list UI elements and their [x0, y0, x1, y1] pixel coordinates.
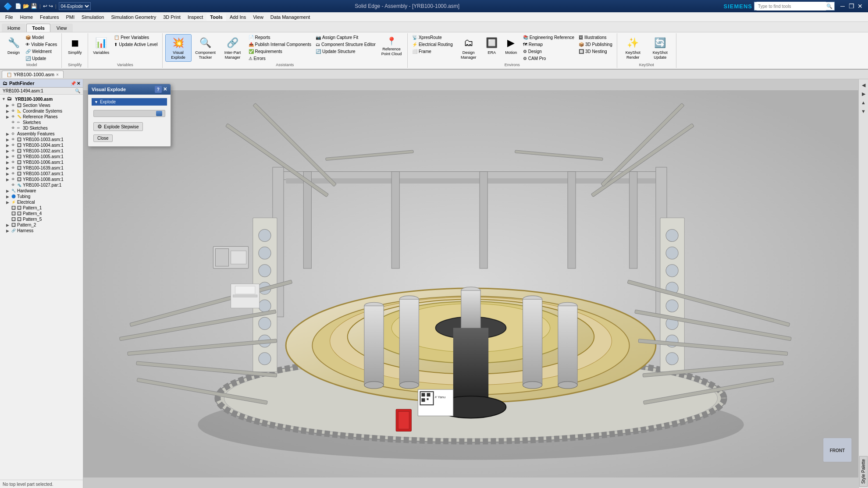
- model-btn[interactable]: 📦 Model: [24, 34, 59, 41]
- tree-toggle-1[interactable]: ▶: [6, 103, 11, 108]
- tree-toggle-16[interactable]: ▶: [6, 189, 11, 193]
- menu-inspect[interactable]: Inspect: [184, 14, 206, 21]
- visual-explode-ribbon-btn[interactable]: 💥 Visual Explode: [165, 34, 192, 62]
- tree-item[interactable]: ▶ 👁 🔲 YRB100-1639.asm:1: [0, 165, 83, 171]
- ve-slider-thumb[interactable]: [156, 111, 162, 116]
- menu-pmi[interactable]: PMI: [63, 14, 78, 21]
- nav-down-btn[interactable]: ▼: [860, 107, 868, 115]
- minimize-button[interactable]: ─: [838, 2, 847, 10]
- tree-item[interactable]: ▶ 👁 🔲 YRB100-1002.asm:1: [0, 148, 83, 154]
- ve-help-btn[interactable]: ?: [155, 86, 162, 93]
- tree-toggle-18[interactable]: ▶: [6, 200, 11, 205]
- remap-btn[interactable]: 🗺 Remap: [521, 41, 576, 48]
- ve-close-btn[interactable]: ×: [164, 86, 167, 93]
- tree-item[interactable]: ▶ 👁 📐 Coordinate Systems: [0, 108, 83, 114]
- tree-toggle-9[interactable]: ▶: [6, 149, 11, 153]
- tree-toggle-12[interactable]: ▶: [6, 166, 11, 170]
- tree-toggle-8[interactable]: ▶: [6, 143, 11, 148]
- motion-btn[interactable]: ▶ Motion: [502, 34, 520, 57]
- ve-close-dialog-btn[interactable]: Close: [93, 134, 113, 142]
- errors-btn[interactable]: ⚠ Errors: [247, 55, 313, 62]
- tree-item[interactable]: ▶ 👁 🔲 Section Views: [0, 103, 83, 108]
- update-btn[interactable]: 🔄 Update: [24, 55, 59, 62]
- ve-explode-stepwise-btn[interactable]: ⚙ Explode Stepwise: [93, 122, 143, 131]
- menu-view[interactable]: View: [249, 14, 267, 21]
- tree-toggle-23[interactable]: ▶: [6, 229, 11, 233]
- inter-part-manager-ribbon-btn[interactable]: 🔗 Inter-Part Manager: [220, 34, 246, 62]
- keyshot-render-btn[interactable]: ✨ KeyShot Render: [620, 34, 646, 62]
- tree-toggle-2[interactable]: ▶: [6, 109, 11, 113]
- ve-slider[interactable]: [93, 110, 165, 117]
- tree-item[interactable]: ▼ 🗂 YRB100-1000.asm: [0, 95, 83, 103]
- style-palette-tab[interactable]: Style Palette: [859, 456, 868, 487]
- tree-item[interactable]: 🔲 🔲 Pattern_1: [0, 205, 83, 211]
- menu-home[interactable]: Home: [17, 14, 36, 21]
- tree-item[interactable]: ▶ ⚡ Electrical: [0, 199, 83, 205]
- tree-toggle-14[interactable]: ▶: [6, 177, 11, 182]
- visible-faces-btn[interactable]: 👁 Visible Faces: [24, 41, 59, 48]
- quick-save[interactable]: 💾: [31, 3, 37, 9]
- tree-item[interactable]: ▶ 🔲 Pattern_2: [0, 222, 83, 228]
- close-button[interactable]: ✕: [856, 2, 864, 10]
- tree-toggle-11[interactable]: ▶: [6, 160, 11, 165]
- electrical-routing-btn[interactable]: ⚡ Electrical Routing: [410, 41, 455, 48]
- keyshot-update-btn[interactable]: 🔄 KeyShot Update: [647, 34, 673, 62]
- document-tab[interactable]: 📋 YRB100-1000.asm ×: [2, 71, 64, 78]
- tree-item[interactable]: ▶ 👁 🔲 YRB100-1004.asm:1: [0, 142, 83, 148]
- tree-toggle-7[interactable]: ▶: [6, 138, 11, 142]
- nav-right-btn[interactable]: ▶: [860, 90, 868, 98]
- tree-item[interactable]: ▶ 👁 🔲 YRB100-1006.asm:1: [0, 159, 83, 165]
- tab-home[interactable]: Home: [2, 24, 26, 32]
- 3d-publishing-btn[interactable]: 📦 3D Publishing: [577, 41, 614, 48]
- tree-toggle-13[interactable]: ▶: [6, 172, 11, 176]
- tree-toggle-3[interactable]: ▶: [6, 115, 11, 119]
- menu-3dprint[interactable]: 3D Print: [160, 14, 184, 21]
- tab-view[interactable]: View: [51, 24, 73, 32]
- tree-toggle-10[interactable]: ▶: [6, 155, 11, 159]
- illustrations-btn[interactable]: 🖼 Illustrations: [577, 34, 614, 41]
- quick-open[interactable]: 📂: [23, 3, 29, 9]
- assign-capture-btn[interactable]: 📷 Assign Capture Fit: [314, 34, 377, 41]
- tree-item[interactable]: ▶ 🔧 Hardware: [0, 188, 83, 194]
- pathfinder-close-btn[interactable]: ✕: [77, 81, 80, 86]
- menu-sim-geo[interactable]: Simulation Geometry: [107, 14, 160, 21]
- doc-tab-close[interactable]: ×: [56, 72, 59, 77]
- peer-variables-btn[interactable]: 📋 Peer Variables: [112, 34, 159, 41]
- window-mode-select[interactable]: 04-Explode: [59, 2, 91, 10]
- variables-btn[interactable]: 📊 Variables: [91, 34, 111, 57]
- viewport[interactable]: # Yanu FRONT Visual Explode ? × ▼ Explod…: [83, 79, 858, 488]
- search-input[interactable]: [756, 2, 826, 11]
- weldment-btn[interactable]: 🔗 Weldment: [24, 48, 59, 55]
- tree-item[interactable]: ▶ 🔗 Harness: [0, 228, 83, 233]
- menu-addins[interactable]: Add Ins: [226, 14, 249, 21]
- ve-dialog-titlebar[interactable]: Visual Explode ? ×: [88, 84, 171, 95]
- quick-undo[interactable]: ↩: [43, 3, 47, 9]
- tree-toggle-17[interactable]: ▶: [6, 194, 11, 199]
- update-active-btn[interactable]: ⬆ Update Active Level: [112, 41, 159, 48]
- nav-left-btn[interactable]: ◀: [860, 81, 868, 89]
- tree-item[interactable]: ▶ ⚙ Assembly Features: [0, 131, 83, 137]
- restore-button[interactable]: ❐: [847, 2, 856, 10]
- component-tracker-ribbon-btn[interactable]: 🔍 Component Tracker: [192, 34, 219, 62]
- tree-item[interactable]: ▶ 👁 🔲 YRB100-1007.asm:1: [0, 171, 83, 177]
- tree-item[interactable]: 🔲 🔲 Pattern_4: [0, 211, 83, 216]
- engineering-ref-btn[interactable]: 📚 Engineering Reference: [521, 34, 576, 41]
- reference-point-btn[interactable]: 📍 Reference Point Cloud: [378, 34, 405, 58]
- pathfinder-pin-btn[interactable]: 📌: [71, 81, 76, 86]
- component-structure-btn[interactable]: 🗂 Component Structure Editor: [314, 41, 377, 48]
- tree-item[interactable]: ▶ 👁 🔲 YRB100-1005.asm:1: [0, 154, 83, 159]
- menu-data-mgmt[interactable]: Data Management: [267, 14, 314, 21]
- cam-pro-btn[interactable]: ⚙ CAM Pro: [521, 55, 576, 62]
- tree-item[interactable]: 🔲 🔲 Pattern_5: [0, 216, 83, 222]
- reports-btn[interactable]: 📄 Reports: [247, 34, 313, 41]
- quick-redo[interactable]: ↪: [49, 3, 53, 9]
- menu-simulation[interactable]: Simulation: [78, 14, 107, 21]
- view-nav-cube[interactable]: FRONT: [823, 438, 852, 462]
- tab-tools[interactable]: Tools: [26, 24, 50, 32]
- xpresroute-btn[interactable]: 📡 XpresRoute: [410, 34, 455, 41]
- menu-tools[interactable]: Tools: [206, 14, 226, 21]
- tree-toggle-6[interactable]: ▶: [6, 132, 11, 136]
- update-structure-btn[interactable]: 🔄 Update Structure: [314, 48, 377, 55]
- tree-item[interactable]: 👁 ✏ 3D Sketches: [0, 125, 83, 131]
- simplify-btn[interactable]: ◼ Simplify: [66, 34, 84, 57]
